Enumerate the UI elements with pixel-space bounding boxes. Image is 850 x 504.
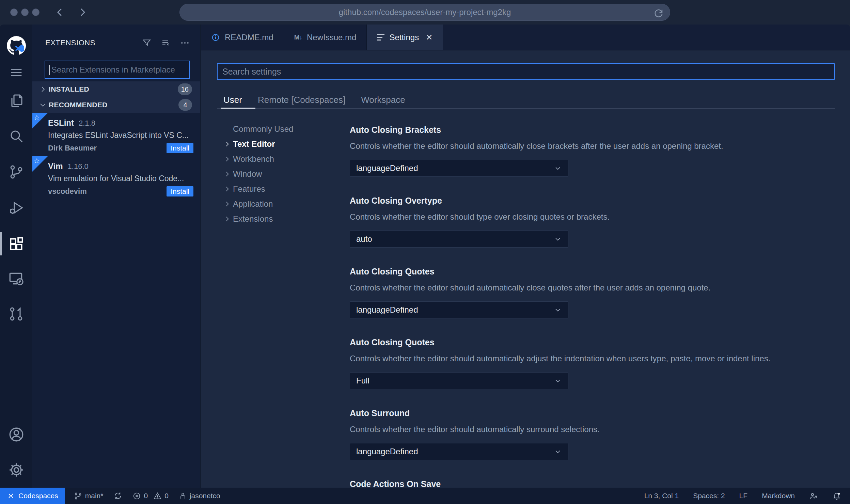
chevron-right-icon [221, 140, 233, 148]
extension-author: Dirk Baeumer [48, 144, 97, 153]
extension-card-eslint[interactable]: ☆ ESLint 2.1.8 Integrates ESLint JavaScr… [32, 113, 200, 156]
settings-gear-icon[interactable] [0, 456, 32, 484]
extension-description: Vim emulation for Visual Studio Code... [48, 174, 191, 183]
reload-icon[interactable] [654, 8, 664, 18]
cursor-position[interactable]: Ln 3, Col 1 [644, 492, 679, 500]
user-status[interactable]: jasonetco [179, 492, 220, 500]
menu-icon[interactable] [0, 59, 32, 86]
person-icon [179, 492, 187, 500]
clear-extensions-icon[interactable] [161, 38, 171, 48]
extension-name: ESLint [48, 118, 74, 128]
problems-status[interactable]: 0 0 [132, 492, 168, 500]
sidebar-title: EXTENSIONS [45, 38, 95, 47]
extension-version: 2.1.8 [79, 119, 95, 128]
branch-icon [74, 492, 82, 500]
remote-explorer-icon[interactable] [0, 265, 32, 292]
install-button[interactable]: Install [167, 186, 193, 196]
section-installed[interactable]: INSTALLED 16 [32, 81, 200, 97]
setting-select[interactable]: Full [350, 372, 568, 389]
tab-newissue[interactable]: M↓ NewIssue.md [284, 25, 367, 50]
eol-sequence[interactable]: LF [739, 492, 748, 500]
setting-auto-closing-overtype: Auto Closing Overtype Controls whether t… [350, 195, 836, 248]
scope-tab-workspace[interactable]: Workspace [361, 95, 405, 105]
run-debug-icon[interactable] [0, 194, 32, 221]
chevron-right-icon [221, 185, 233, 193]
toc-extensions[interactable]: Extensions [221, 211, 347, 226]
chevron-down-icon [554, 306, 562, 314]
account-icon[interactable] [0, 421, 32, 448]
setting-select[interactable]: languageDefined [350, 301, 568, 318]
scope-tab-user[interactable]: User [223, 95, 242, 105]
close-icon[interactable]: ✕ [426, 33, 432, 42]
branch-status[interactable]: main* [74, 492, 104, 500]
toc-text-editor[interactable]: Text Editor [221, 137, 347, 152]
section-label: INSTALLED [49, 85, 89, 93]
window-control-dot[interactable] [21, 9, 29, 16]
setting-select[interactable]: languageDefined [350, 160, 568, 177]
setting-description: Controls whether the editor should autom… [350, 282, 836, 293]
section-recommended[interactable]: RECOMMENDED 4 [32, 97, 200, 113]
address-bar[interactable]: github.com/codespaces/user-my-project-mg… [179, 4, 670, 21]
settings-search[interactable] [217, 63, 835, 80]
install-button[interactable]: Install [167, 143, 193, 153]
extension-author: vscodevim [48, 187, 87, 196]
browser-chrome: github.com/codespaces/user-my-project-mg… [0, 0, 850, 25]
extension-name: Vim [48, 161, 63, 171]
extensions-search[interactable] [45, 61, 190, 79]
language-mode[interactable]: Markdown [762, 492, 795, 500]
sync-button[interactable] [113, 491, 122, 500]
tab-label: Settings [389, 33, 419, 42]
extensions-sidebar: EXTENSIONS INSTALLED 16 RECOMMENDED 4 [32, 25, 201, 488]
tab-label: README.md [225, 33, 273, 42]
extensions-icon[interactable] [0, 230, 32, 257]
browser-forward-icon[interactable] [76, 6, 88, 18]
settings-list: Auto Closing Brackets Controls whether t… [350, 122, 836, 488]
vscode-window: EXTENSIONS INSTALLED 16 RECOMMENDED 4 [0, 25, 850, 504]
settings-search-input[interactable] [222, 67, 829, 77]
scope-tab-remote[interactable]: Remote [Codespaces] [258, 95, 345, 105]
more-actions-icon[interactable] [180, 38, 190, 48]
tab-settings[interactable]: Settings ✕ [367, 25, 443, 50]
pull-requests-icon[interactable] [0, 300, 32, 328]
extension-version: 1.16.0 [68, 162, 89, 171]
settings-page: User Remote [Codespaces] Workspace Commo… [201, 50, 850, 488]
setting-title: Auto Closing Overtype [350, 195, 836, 206]
window-control-dot[interactable] [10, 9, 18, 16]
search-icon[interactable] [0, 123, 32, 150]
setting-auto-indent: Auto Closing Quotes Controls whether the… [350, 337, 836, 389]
settings-toc: Commonly Used Text Editor Workbench Wind… [221, 122, 347, 226]
toc-features[interactable]: Features [221, 182, 347, 196]
setting-select[interactable]: languageDefined [350, 443, 568, 460]
chevron-right-icon [37, 85, 49, 93]
setting-description: Controls whether the editor should autom… [350, 353, 836, 364]
errors-icon [132, 492, 141, 500]
toc-application[interactable]: Application [221, 196, 347, 211]
codespaces-remote-button[interactable]: Codespaces [0, 488, 65, 504]
feedback-icon[interactable] [809, 491, 818, 500]
markdown-icon: M↓ [294, 34, 302, 41]
extensions-search-input[interactable] [51, 65, 185, 75]
window-control-dot[interactable] [32, 9, 40, 16]
tab-readme[interactable]: README.md [201, 25, 284, 50]
toc-window[interactable]: Window [221, 167, 347, 182]
setting-select[interactable]: auto [350, 231, 568, 248]
toc-commonly-used[interactable]: Commonly Used [221, 122, 347, 137]
setting-title: Auto Closing Quotes [350, 337, 836, 348]
explorer-icon[interactable] [0, 87, 32, 114]
extension-card-vim[interactable]: ☆ Vim 1.16.0 Vim emulation for Visual St… [32, 156, 200, 199]
chevron-down-icon [37, 101, 49, 109]
chevron-down-icon [554, 235, 562, 243]
filter-icon[interactable] [142, 38, 152, 48]
notifications-bell-icon[interactable] [832, 491, 841, 500]
toc-workbench[interactable]: Workbench [221, 152, 347, 167]
remote-icon [7, 492, 15, 500]
setting-description: Controls whether the editor should autom… [350, 141, 836, 152]
chevron-right-icon [221, 200, 233, 208]
window-controls[interactable] [10, 9, 40, 16]
indentation[interactable]: Spaces: 2 [693, 492, 725, 500]
browser-back-icon[interactable] [54, 6, 66, 18]
source-control-icon[interactable] [0, 158, 32, 186]
text-cursor [49, 65, 50, 75]
chevron-down-icon [554, 164, 562, 172]
chevron-down-icon [554, 447, 562, 456]
